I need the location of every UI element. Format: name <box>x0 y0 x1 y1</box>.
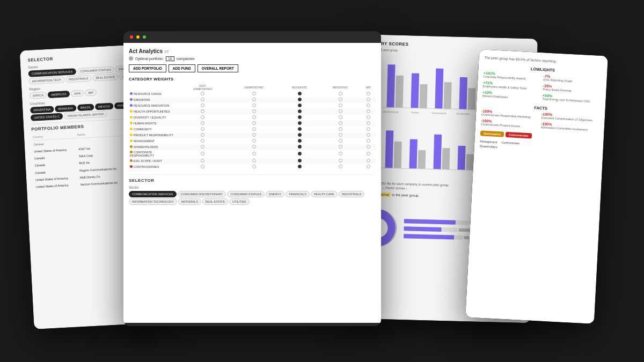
region-africa[interactable]: AFRICA <box>30 92 47 99</box>
selector-title-bottom: SELECTOR <box>129 178 376 183</box>
optimal-number[interactable]: 10 <box>166 56 174 61</box>
row-country: Canada <box>34 153 77 161</box>
x-label-social: Social <box>411 110 419 114</box>
radio-empty <box>339 104 342 107</box>
overall-report-button[interactable]: OVERALL REPORT <box>197 64 238 72</box>
category-color-dot <box>130 134 133 136</box>
radio-empty <box>339 165 342 168</box>
radio-5[interactable] <box>361 91 376 97</box>
category-color-dot <box>130 98 133 101</box>
region-asia[interactable]: ASIA <box>70 90 84 97</box>
radio-empty <box>339 121 342 125</box>
radio-empty <box>367 127 370 131</box>
region-americas[interactable]: AMERICAS <box>48 90 70 98</box>
radio-empty <box>367 139 370 143</box>
country-us[interactable]: UNITED STATES C <box>31 113 63 121</box>
sector-health[interactable]: HEALTH CARE <box>311 191 338 197</box>
sector-realestate[interactable]: REAL ESTATE <box>202 198 228 205</box>
sector-infotech[interactable]: INFORMATION TECHNOLOGY <box>129 198 177 205</box>
highlight-6: +54% Total Energy Use To Revenues USD <box>542 93 601 104</box>
bar2-2-current <box>385 130 393 168</box>
bar-emp-current <box>459 77 467 109</box>
radio-filled <box>298 159 302 162</box>
category-label: MANAGEMENT <box>129 138 177 144</box>
radio-empty <box>367 145 370 149</box>
radio-empty <box>367 121 370 125</box>
country-argentina[interactable]: ARGENTINA <box>30 106 54 113</box>
active-sector-tag-left[interactable]: COMMUNICATION SERVICES <box>28 68 76 77</box>
radio-empty <box>339 159 342 162</box>
add-fund-button[interactable]: ADD FUND <box>169 64 195 72</box>
minimize-dot <box>136 35 140 39</box>
row-country: United States of America <box>33 146 77 154</box>
radio-2[interactable] <box>228 91 279 97</box>
weight-row-controversies: CONTROVERSIES <box>129 164 376 170</box>
weights-table: VERYUNIMPORTANT UNIMPORTANT MODERATE IMP… <box>129 84 376 170</box>
add-portfolio-button[interactable]: ADD PORTFOLIO <box>129 64 166 72</box>
category-color-dot <box>130 145 133 148</box>
sector-tag-industrials[interactable]: INDUSTRIALS <box>65 75 92 83</box>
category-color-dot <box>130 104 133 107</box>
radio-empty <box>201 159 204 162</box>
category-weights-heading: CATEGORY WEIGHTS <box>129 77 376 82</box>
radio-empty <box>252 127 256 131</box>
highlight-5: +10% Women Employees <box>482 90 540 101</box>
peer-text: The peer group has 89.0% of factors repo… <box>484 55 602 66</box>
radio-empty <box>339 115 342 119</box>
sector-materials[interactable]: MATERIALS <box>178 198 201 205</box>
radio-empty <box>252 121 256 125</box>
radio-filled <box>298 152 302 156</box>
factor-bar-fill-3 <box>404 233 454 239</box>
sector-utilities[interactable]: UTILITIES <box>229 198 250 205</box>
row-country: Canada <box>34 160 78 168</box>
category-label: EMISSIONS <box>129 97 177 103</box>
col-moderate: MODERATE <box>280 84 320 91</box>
radio-filled <box>298 98 302 101</box>
country-virgin[interactable]: VIRGIN ISLANDS, BRITISH <box>64 110 107 119</box>
sector-tag-realestate[interactable]: REAL ESTATE <box>92 73 119 82</box>
sector-industrials[interactable]: INDUSTRIALS <box>339 191 364 197</box>
radio-1[interactable] <box>177 91 228 97</box>
sector-financials[interactable]: FINANCIALS <box>286 191 309 197</box>
highlight-2: -7% ESG Reporting Scope <box>543 74 602 85</box>
sector-comm-services[interactable]: COMMUNICATION SERVICES <box>129 191 177 197</box>
region-imp[interactable]: IMP <box>85 89 97 96</box>
shareholders-label: Shareholders <box>480 143 497 150</box>
sector-tag-consumer[interactable]: CONSUMER STAPLES <box>77 66 115 75</box>
weight-row-emissions: EMISSIONS <box>129 97 376 103</box>
bar2-3-current <box>409 139 417 168</box>
button-row: ADD PORTFOLIO ADD FUND OVERALL REPORT <box>129 64 376 72</box>
controversies-pill[interactable]: Controversies <box>506 131 532 138</box>
radio-empty <box>201 104 204 107</box>
weight-row-product: PRODUCT RESPONSIBILITY <box>129 132 376 138</box>
radio-empty <box>339 92 342 95</box>
radio-4[interactable] <box>319 91 361 97</box>
governance-pill[interactable]: Governance <box>480 130 504 137</box>
sector-consumer-staples[interactable]: CONSUMER STAPLES <box>227 191 265 197</box>
sector-tag-infotech[interactable]: INFORMATION TECH <box>28 76 64 84</box>
x-label-gov: Governance <box>431 111 447 115</box>
radio-empty <box>339 109 342 113</box>
weight-row-esg: ESG SCOPE / AUDIT <box>129 158 376 164</box>
radio-empty <box>252 92 256 95</box>
category-label: CONTROVERSIES <box>129 164 177 170</box>
radio-3[interactable] <box>280 91 320 97</box>
category-color-dot <box>130 139 133 142</box>
factor-bar-bg-1 <box>404 218 469 224</box>
bar-env-peer <box>395 75 404 107</box>
radio-empty <box>201 109 204 113</box>
radio-empty <box>339 152 342 156</box>
country-bermuda[interactable]: BERMUDA <box>55 105 76 112</box>
country-brazil[interactable]: BRAZIL <box>77 104 94 111</box>
weight-row-human-rights: HUMAN RIGHTS <box>129 121 376 127</box>
radio-empty <box>201 92 204 95</box>
country-mexico[interactable]: MEXICO <box>95 102 113 110</box>
radio-filled <box>298 92 302 95</box>
controversies-label-2: Controversies <box>501 139 519 146</box>
radio-filled <box>298 109 302 113</box>
radio-empty <box>252 133 256 137</box>
companies-label: companies <box>177 57 195 61</box>
highlights-section: LOWLIGHTS +141% Corporate Responsibility… <box>482 64 602 104</box>
sector-energy[interactable]: ENERGY <box>266 191 284 197</box>
sector-consumer-disc[interactable]: CONSUMER DISCRETIONARY <box>178 191 226 197</box>
